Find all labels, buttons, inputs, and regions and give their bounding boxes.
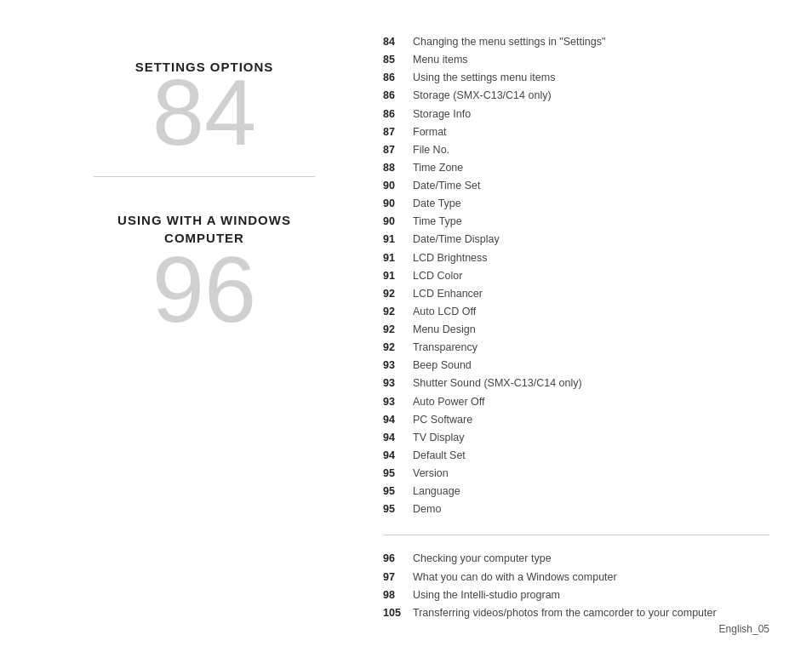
toc-label: Time Zone (413, 160, 463, 175)
toc-row: 86Storage Info (383, 106, 769, 122)
toc-row: 95Version (383, 466, 769, 481)
toc-page: 93 (383, 394, 413, 409)
toc-row: 94TV Display (383, 430, 769, 445)
toc-page: 95 (383, 483, 413, 499)
toc-page: 85 (383, 52, 413, 67)
toc-page: 98 (383, 587, 413, 603)
toc-row: 92Menu Design (383, 322, 769, 337)
toc-label: Format (413, 124, 447, 140)
toc-row: 90Date Type (383, 196, 769, 211)
section2-number: 96 (152, 243, 256, 336)
toc-row: 95Language (383, 483, 769, 499)
toc-page: 94 (383, 448, 413, 463)
toc-page: 95 (383, 466, 413, 481)
toc-page: 91 (383, 268, 413, 283)
toc-row: 88Time Zone (383, 160, 769, 175)
toc-row: 90Date/Time Set (383, 178, 769, 193)
toc-page: 97 (383, 569, 413, 585)
toc-page: 84 (383, 34, 413, 49)
toc-row: 92Transparency (383, 340, 769, 355)
toc-row: 94PC Software (383, 412, 769, 427)
toc-label: Auto Power Off (413, 394, 485, 409)
toc-page: 90 (383, 178, 413, 193)
toc-page: 92 (383, 286, 413, 301)
toc-label: Shutter Sound (SMX-C13/C14 only) (413, 375, 582, 391)
toc-page: 90 (383, 214, 413, 229)
toc-label: Menu items (413, 52, 468, 67)
toc-row: 86Using the settings menu items (383, 70, 769, 85)
toc-row: 92Auto LCD Off (383, 304, 769, 319)
toc-label: Storage Info (413, 106, 471, 122)
toc-page: 94 (383, 412, 413, 427)
toc-label: Storage (SMX-C13/C14 only) (413, 88, 552, 103)
toc-row: 86Storage (SMX-C13/C14 only) (383, 88, 769, 103)
toc-row: 94Default Set (383, 448, 769, 463)
toc-label: Demo (413, 501, 441, 517)
toc-row: 93Beep Sound (383, 357, 769, 373)
toc-page: 90 (383, 196, 413, 211)
toc-label: Checking your computer type (413, 551, 552, 566)
toc-page: 92 (383, 304, 413, 319)
section2-toc: 96Checking your computer type97What you … (383, 551, 769, 623)
section2-left: USING WITH A WINDOWS COMPUTER 96 (43, 211, 366, 336)
right-column: 84Changing the menu settings in "Setting… (366, 34, 769, 626)
toc-label: Transparency (413, 340, 477, 355)
toc-page: 95 (383, 501, 413, 517)
toc-page: 87 (383, 142, 413, 157)
toc-label: LCD Color (413, 268, 462, 283)
toc-page: 93 (383, 357, 413, 373)
toc-label: Language (413, 483, 460, 499)
toc-label: LCD Enhancer (413, 286, 483, 301)
toc-row: 93Shutter Sound (SMX-C13/C14 only) (383, 375, 769, 391)
footer: English_05 (719, 623, 769, 635)
left-divider-1 (94, 176, 315, 177)
toc-label: File No. (413, 142, 449, 157)
toc-row: 91LCD Color (383, 268, 769, 283)
toc-label: Date/Time Display (413, 232, 500, 247)
toc-row: 87File No. (383, 142, 769, 157)
toc-label: Time Type (413, 214, 462, 229)
toc-label: Menu Design (413, 322, 476, 337)
toc-row: 84Changing the menu settings in "Setting… (383, 34, 769, 49)
toc-page: 86 (383, 106, 413, 122)
toc-row: 90Time Type (383, 214, 769, 229)
toc-row: 96Checking your computer type (383, 551, 769, 566)
toc-page: 88 (383, 160, 413, 175)
toc-page: 92 (383, 322, 413, 337)
toc-row: 87Format (383, 124, 769, 140)
toc-label: PC Software (413, 412, 472, 427)
toc-page: 94 (383, 430, 413, 445)
toc-label: Default Set (413, 448, 466, 463)
toc-row: 97What you can do with a Windows compute… (383, 569, 769, 585)
page-container: SETTINGS OPTIONS 84 USING WITH A WINDOWS… (0, 0, 812, 652)
toc-label: LCD Brightness (413, 250, 488, 266)
toc-label: Using the settings menu items (413, 70, 555, 85)
divider-1 (383, 535, 769, 535)
toc-row: 92LCD Enhancer (383, 286, 769, 301)
toc-label: What you can do with a Windows computer (413, 569, 617, 585)
left-column: SETTINGS OPTIONS 84 USING WITH A WINDOWS… (43, 34, 366, 626)
toc-label: Date/Time Set (413, 178, 480, 193)
toc-row: 91Date/Time Display (383, 232, 769, 247)
toc-page: 91 (383, 232, 413, 247)
toc-page: 86 (383, 70, 413, 85)
toc-row: 98Using the Intelli-studio program (383, 587, 769, 603)
section1-left: SETTINGS OPTIONS 84 (43, 34, 366, 159)
toc-label: Transferring videos/photos from the camc… (413, 605, 717, 621)
toc-page: 86 (383, 88, 413, 103)
toc-row: 95Demo (383, 501, 769, 517)
toc-row: 93Auto Power Off (383, 394, 769, 409)
toc-row: 91LCD Brightness (383, 250, 769, 266)
toc-page: 96 (383, 551, 413, 566)
toc-page: 91 (383, 250, 413, 266)
toc-row: 105Transferring videos/photos from the c… (383, 605, 769, 621)
toc-label: Auto LCD Off (413, 304, 476, 319)
section1-number: 84 (152, 66, 256, 159)
toc-label: Beep Sound (413, 357, 472, 373)
toc-label: TV Display (413, 430, 464, 445)
toc-row: 85Menu items (383, 52, 769, 67)
toc-label: Changing the menu settings in "Settings" (413, 34, 605, 49)
toc-page: 87 (383, 124, 413, 140)
toc-label: Date Type (413, 196, 461, 211)
toc-label: Using the Intelli-studio program (413, 587, 560, 603)
